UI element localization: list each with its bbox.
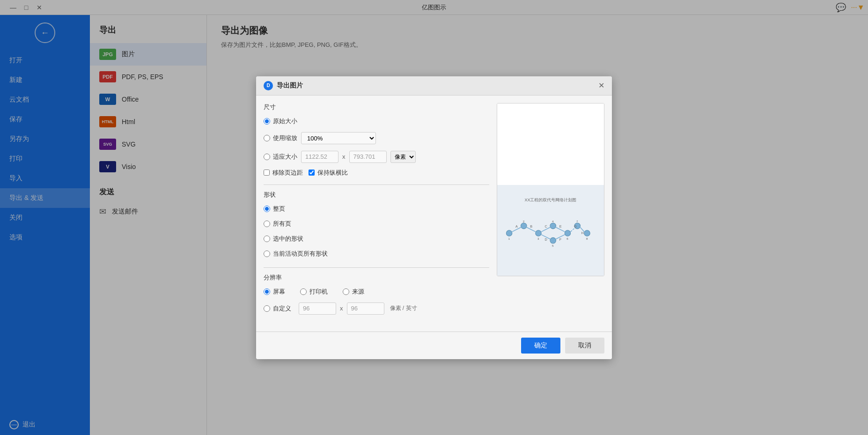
dialog-overlay: D 导出图片 ✕ 尺寸 原始大小: [0, 0, 868, 435]
svg-text:H: H: [581, 231, 584, 235]
svg-point-7: [584, 230, 590, 236]
svg-point-0: [506, 230, 512, 236]
remove-margin-label[interactable]: 移除页边距: [264, 169, 303, 177]
original-size-radio[interactable]: [264, 118, 270, 125]
divider-2: [264, 267, 489, 268]
x-separator: x: [342, 153, 346, 160]
diagram-svg: A B C E G D F H 1 2 3: [502, 205, 599, 261]
svg-text:B: B: [530, 224, 532, 229]
source-resolution-radio[interactable]: [343, 288, 349, 295]
shape-activepage-row: 当前活动页所有形状: [264, 248, 489, 260]
svg-text:7: 7: [576, 220, 578, 223]
zoom-select[interactable]: 100%: [301, 132, 376, 144]
height-input[interactable]: [349, 151, 387, 163]
printer-resolution-label[interactable]: 打印机: [300, 288, 328, 296]
resolution-options-row: 屏幕 打印机 来源: [264, 286, 489, 298]
screen-resolution-radio[interactable]: [264, 288, 270, 295]
dialog-body: 尺寸 原始大小 使用缩放 100%: [256, 96, 612, 332]
size-original-row: 原始大小: [264, 115, 489, 127]
shape-allpages-row: 所有页: [264, 218, 489, 230]
size-section: 尺寸 原始大小 使用缩放 100%: [264, 103, 489, 177]
svg-text:G: G: [574, 224, 577, 229]
resolution-section-title: 分辨率: [264, 273, 489, 282]
preview-diagram-title: XX工程的双代号网络计划图: [502, 197, 599, 203]
dialog-footer: 确定 取消: [256, 332, 612, 359]
shape-selected-row: 选中的形状: [264, 233, 489, 245]
shape-section-title: 形状: [264, 191, 489, 199]
dialog-close-button[interactable]: ✕: [598, 81, 604, 90]
svg-text:1: 1: [508, 237, 510, 240]
cancel-button[interactable]: 取消: [565, 338, 604, 354]
size-fit-row: 适应大小 x 像素: [264, 149, 489, 165]
svg-line-14: [571, 229, 574, 232]
whole-page-radio[interactable]: [264, 206, 270, 212]
screen-resolution-label[interactable]: 屏幕: [264, 288, 285, 296]
dialog-title-icon: D: [264, 81, 273, 90]
custom-resolution-label[interactable]: 自定义: [264, 304, 291, 313]
svg-text:2: 2: [523, 220, 525, 223]
printer-resolution-radio[interactable]: [300, 288, 307, 295]
unit-select[interactable]: 像素: [390, 151, 416, 163]
size-zoom-row: 使用缩放 100%: [264, 130, 489, 146]
selected-shapes-radio[interactable]: [264, 236, 270, 242]
custom-resolution-radio[interactable]: [264, 305, 270, 312]
fit-size-radio[interactable]: [264, 154, 270, 160]
svg-point-3: [550, 223, 556, 229]
size-section-title: 尺寸: [264, 103, 489, 111]
all-pages-label[interactable]: 所有页: [264, 220, 291, 228]
svg-text:4: 4: [552, 220, 554, 223]
custom-unit-label: 像素 / 英寸: [390, 304, 417, 312]
dialog-preview: XX工程的双代号网络计划图: [497, 103, 604, 324]
svg-text:8: 8: [586, 237, 588, 240]
source-resolution-label[interactable]: 来源: [343, 288, 364, 296]
dialog-form: 尺寸 原始大小 使用缩放 100%: [264, 103, 489, 324]
shape-section: 形状 整页 所有页: [264, 191, 489, 260]
dialog-header: D 导出图片 ✕: [256, 76, 612, 96]
custom-resolution-row: 自定义 x 像素 / 英寸: [264, 301, 489, 317]
svg-text:F: F: [559, 237, 562, 242]
svg-text:6: 6: [566, 237, 568, 240]
export-image-dialog: D 导出图片 ✕ 尺寸 原始大小: [256, 76, 612, 359]
svg-point-2: [536, 230, 541, 236]
size-checkbox-row: 移除页边距 保持纵横比: [264, 169, 489, 177]
confirm-button[interactable]: 确定: [521, 338, 560, 354]
original-size-label[interactable]: 原始大小: [264, 117, 297, 125]
all-pages-radio[interactable]: [264, 221, 270, 227]
keep-ratio-label[interactable]: 保持纵横比: [309, 169, 348, 177]
custom-y-input[interactable]: [347, 302, 384, 315]
divider-1: [264, 184, 489, 185]
preview-diagram: XX工程的双代号网络计划图: [497, 185, 604, 276]
remove-margin-checkbox[interactable]: [264, 170, 270, 176]
whole-page-label[interactable]: 整页: [264, 205, 285, 213]
zoom-size-label[interactable]: 使用缩放: [264, 134, 297, 142]
dialog-title: D 导出图片: [264, 81, 303, 90]
resolution-section: 分辨率 屏幕 打印机 来源: [264, 273, 489, 317]
width-input[interactable]: [301, 151, 338, 163]
custom-x-input[interactable]: [299, 302, 336, 315]
svg-point-5: [565, 230, 570, 236]
selected-shapes-label[interactable]: 选中的形状: [264, 235, 303, 243]
svg-text:D: D: [545, 237, 547, 242]
svg-text:3: 3: [537, 237, 539, 240]
svg-point-4: [550, 237, 556, 243]
svg-text:C: C: [545, 224, 547, 229]
preview-box: XX工程的双代号网络计划图: [497, 103, 604, 276]
zoom-size-radio[interactable]: [264, 135, 270, 141]
x-separator-2: x: [340, 305, 343, 312]
svg-text:5: 5: [552, 244, 554, 247]
svg-point-1: [521, 223, 527, 229]
active-page-shapes-label[interactable]: 当前活动页所有形状: [264, 250, 328, 258]
keep-ratio-checkbox[interactable]: [309, 170, 315, 176]
fit-size-label[interactable]: 适应大小: [264, 153, 297, 161]
svg-text:A: A: [515, 224, 518, 229]
preview-top: [497, 103, 604, 185]
active-page-shapes-radio[interactable]: [264, 251, 270, 257]
shape-wholepage-row: 整页: [264, 203, 489, 215]
svg-text:E: E: [559, 224, 562, 229]
